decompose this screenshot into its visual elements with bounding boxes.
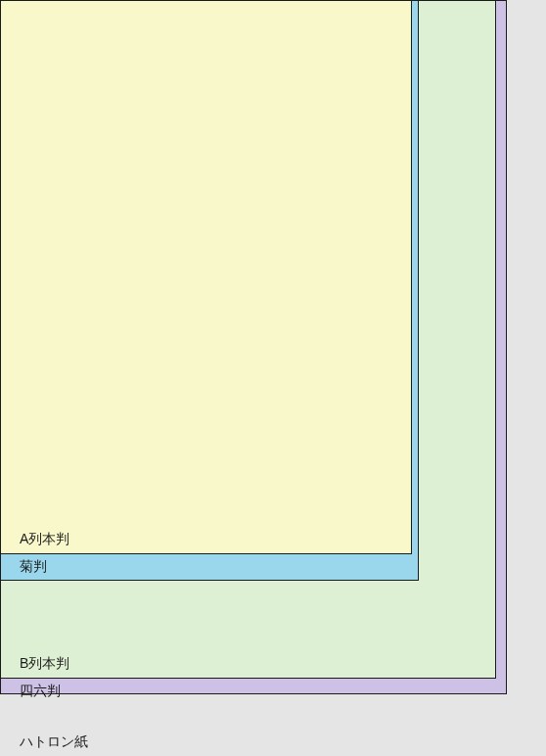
label-b-series: B列本判 [20, 655, 69, 673]
label-hatron: ハトロン紙 [20, 733, 88, 751]
label-a-series: A列本判 [20, 531, 69, 548]
label-kiku: 菊判 [20, 558, 47, 576]
label-shiroku: 四六判 [20, 683, 61, 700]
sheet-a-series [0, 0, 412, 554]
